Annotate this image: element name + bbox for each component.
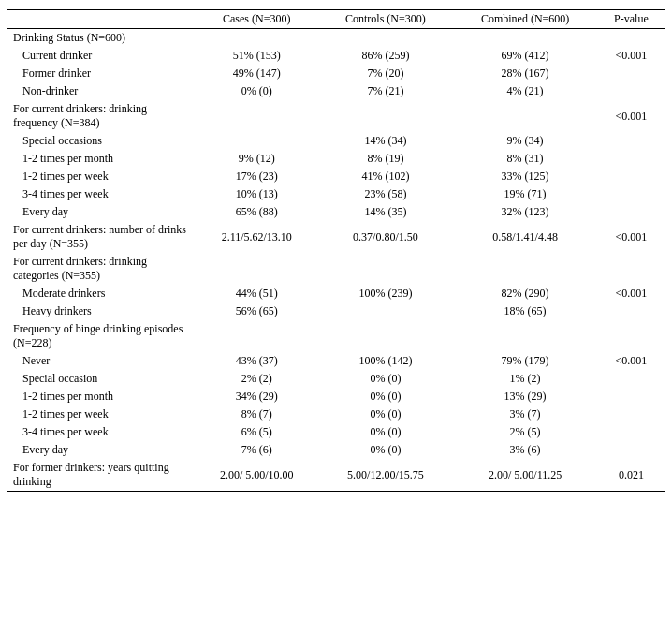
table-row: Non-drinker0% (0)7% (21)4% (21) (7, 82, 665, 100)
row-label: Special occasion (7, 370, 195, 388)
cell-value: <0.001 (598, 285, 665, 303)
row-label: Every day (7, 441, 195, 459)
cell-value (598, 150, 665, 168)
cell-value: 2.00/ 5.00/11.25 (452, 459, 598, 492)
table-row: For current drinkers: number of drinks p… (7, 221, 665, 253)
cell-value: 8% (19) (318, 150, 452, 168)
cell-value: 65% (88) (195, 203, 318, 221)
table-row: 1-2 times per month34% (29)0% (0)13% (29… (7, 388, 665, 406)
cell-value: 14% (34) (318, 132, 452, 150)
cell-value (598, 82, 665, 100)
row-label: Every day (7, 203, 195, 221)
cell-value (598, 423, 665, 441)
cell-value: 43% (37) (195, 352, 318, 370)
cell-value: 3% (6) (452, 441, 598, 459)
table-row: 1-2 times per week17% (23)41% (102)33% (… (7, 168, 665, 185)
cell-value: 28% (167) (452, 65, 598, 82)
row-label: 3-4 times per week (7, 185, 195, 203)
cell-value: 2.00/ 5.00/10.00 (195, 459, 318, 492)
table-row: 1-2 times per month9% (12)8% (19)8% (31) (7, 150, 665, 168)
cell-value: 10% (13) (195, 185, 318, 203)
cell-value: <0.001 (598, 221, 665, 253)
cell-value: 9% (12) (195, 150, 318, 168)
cell-value (195, 320, 318, 352)
cell-value (452, 29, 598, 48)
table-row: Heavy drinkers56% (65)18% (65) (7, 303, 665, 320)
cell-value: 7% (6) (195, 441, 318, 459)
cell-value (318, 253, 452, 285)
cell-value: 0% (0) (318, 370, 452, 388)
section-label: For current drinkers: drinking categorie… (7, 253, 195, 285)
cell-value: 86% (259) (318, 47, 452, 65)
table-row: For current drinkers: drinking categorie… (7, 253, 665, 285)
cell-value: 51% (153) (195, 47, 318, 65)
row-label: 1-2 times per month (7, 388, 195, 406)
table-row: Frequency of binge drinking episodes (N=… (7, 320, 665, 352)
table-row: Former drinker49% (147)7% (20)28% (167) (7, 65, 665, 82)
cell-value: 6% (5) (195, 423, 318, 441)
cell-value: 7% (20) (318, 65, 452, 82)
table-row: Special occasions14% (34)9% (34) (7, 132, 665, 150)
cell-value: 69% (412) (452, 47, 598, 65)
cell-value: 0% (0) (318, 388, 452, 406)
cell-value (195, 29, 318, 48)
row-label: Special occasions (7, 132, 195, 150)
cell-value: 13% (29) (452, 388, 598, 406)
cell-value (195, 132, 318, 150)
cell-value: 41% (102) (318, 168, 452, 185)
cell-value: 7% (21) (318, 82, 452, 100)
cell-value: 2% (2) (195, 370, 318, 388)
cell-value (598, 388, 665, 406)
cell-value: 17% (23) (195, 168, 318, 185)
cell-value (598, 320, 665, 352)
cell-value: 0% (0) (318, 423, 452, 441)
row-label: Never (7, 352, 195, 370)
cell-value: 0.37/0.80/1.50 (318, 221, 452, 253)
table-row: Moderate drinkers44% (51)100% (239)82% (… (7, 285, 665, 303)
cell-value (598, 203, 665, 221)
cell-value (598, 132, 665, 150)
cell-value: <0.001 (598, 100, 665, 132)
cell-value (318, 303, 452, 320)
cell-value: 82% (290) (452, 285, 598, 303)
cell-value: 2% (5) (452, 423, 598, 441)
cell-value (452, 320, 598, 352)
cell-value: 0.021 (598, 459, 665, 492)
cell-value: 33% (125) (452, 168, 598, 185)
cell-value: 18% (65) (452, 303, 598, 320)
table-row: Every day65% (88)14% (35)32% (123) (7, 203, 665, 221)
cell-value (598, 65, 665, 82)
row-label: 3-4 times per week (7, 423, 195, 441)
cell-value (452, 100, 598, 132)
cell-value (598, 370, 665, 388)
cell-value: 3% (7) (452, 406, 598, 423)
cell-value: 0% (0) (318, 441, 452, 459)
row-label: Heavy drinkers (7, 303, 195, 320)
cell-value: 79% (179) (452, 352, 598, 370)
col-header-label (7, 10, 195, 29)
cell-value: 34% (29) (195, 388, 318, 406)
cell-value: 100% (239) (318, 285, 452, 303)
cell-value: 23% (58) (318, 185, 452, 203)
cell-value (318, 29, 452, 48)
cell-value (318, 320, 452, 352)
section-label: For current drinkers: number of drinks p… (7, 221, 195, 253)
cell-value: <0.001 (598, 352, 665, 370)
row-label: Non-drinker (7, 82, 195, 100)
cell-value (598, 168, 665, 185)
section-label: For current drinkers: drinking frequency… (7, 100, 195, 132)
cell-value: 0.58/1.41/4.48 (452, 221, 598, 253)
cell-value: 9% (34) (452, 132, 598, 150)
section-label: Frequency of binge drinking episodes (N=… (7, 320, 195, 352)
row-label: Moderate drinkers (7, 285, 195, 303)
section-data-label: For former drinkers: years quitting drin… (7, 459, 195, 492)
cell-value: 0% (0) (195, 82, 318, 100)
cell-value: 32% (123) (452, 203, 598, 221)
cell-value (598, 185, 665, 203)
cell-value: 5.00/12.00/15.75 (318, 459, 452, 492)
row-label: 1-2 times per week (7, 406, 195, 423)
cell-value: 19% (71) (452, 185, 598, 203)
section-label: Drinking Status (N=600) (7, 29, 195, 48)
cell-value: 0% (0) (318, 406, 452, 423)
cell-value: <0.001 (598, 47, 665, 65)
